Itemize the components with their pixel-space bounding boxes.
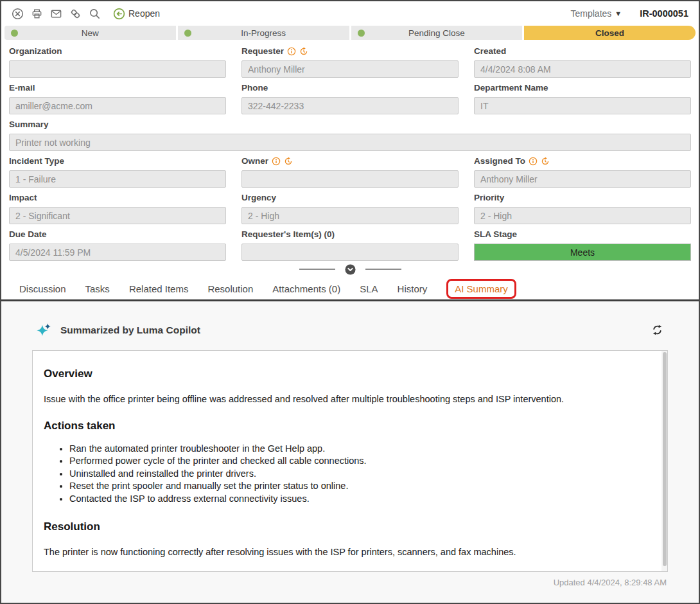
created-label: Created [474, 46, 691, 57]
info-icon[interactable] [272, 157, 281, 166]
tab-related-items[interactable]: Related Items [129, 283, 189, 294]
incident-type-label: Incident Type [9, 156, 226, 166]
summary-input[interactable] [9, 134, 691, 151]
history-icon[interactable] [541, 157, 550, 166]
close-record-icon[interactable] [8, 8, 27, 20]
priority-label: Priority [474, 193, 691, 203]
field-created: Created [474, 41, 691, 78]
assigned-to-input[interactable] [474, 170, 691, 188]
incident-type-input[interactable] [9, 170, 226, 188]
ai-summary-content-box: Overview Issue with the office printer b… [32, 350, 668, 572]
overview-heading: Overview [44, 368, 638, 380]
impact-input[interactable] [9, 207, 226, 224]
tab-sla[interactable]: SLA [360, 283, 378, 294]
record-id: IR-0000051 [640, 8, 688, 19]
history-icon[interactable] [284, 157, 293, 166]
stage-new[interactable]: New [4, 26, 176, 40]
field-organization: Organization [9, 41, 226, 78]
field-urgency: Urgency [241, 188, 459, 224]
divider-line [299, 269, 335, 270]
info-icon[interactable] [287, 47, 296, 56]
overview-text: Issue with the office printer being offl… [44, 393, 638, 405]
stage-closed-active[interactable]: Closed [524, 26, 696, 40]
updated-timestamp: Updated 4/4/2024, 8:29:48 AM [1, 578, 667, 587]
stage-dot [11, 30, 18, 37]
list-item: Ran the automated printer troubleshooter… [69, 443, 638, 456]
field-requesters-items: Requester's Item(s) (0) [241, 224, 459, 261]
tab-discussion[interactable]: Discussion [19, 283, 66, 294]
requesters-items-label: Requester's Item(s) (0) [241, 229, 459, 240]
incident-form: Organization Requester Created E-mail Ph… [1, 40, 699, 261]
stage-dot [358, 30, 365, 37]
field-incident-type: Incident Type [9, 151, 226, 188]
field-priority: Priority [474, 188, 691, 224]
templates-dropdown[interactable]: Templates▼ [571, 8, 622, 19]
phone-label: Phone [241, 83, 459, 93]
search-icon[interactable] [85, 8, 104, 20]
tab-tasks[interactable]: Tasks [85, 283, 110, 294]
field-owner: Owner [241, 151, 459, 188]
actions-taken-list: Ran the automated printer troubleshooter… [44, 443, 638, 506]
sla-stage-badge: Meets [474, 244, 691, 261]
reopen-label: Reopen [128, 8, 160, 19]
list-item: Contacted the ISP to address external co… [69, 493, 638, 506]
sparkle-icon [36, 322, 52, 338]
reopen-button[interactable]: Reopen [113, 8, 160, 20]
summary-label: Summary [9, 120, 691, 130]
tab-bar: Discussion Tasks Related Items Resolutio… [1, 278, 699, 299]
list-item: Uninstalled and reinstalled the printer … [69, 468, 638, 481]
reopen-icon [113, 8, 125, 20]
stage-in-progress[interactable]: In-Progress [178, 26, 349, 40]
department-input[interactable] [474, 97, 691, 114]
scrollbar-thumb[interactable] [663, 352, 667, 566]
tab-ai-summary[interactable]: AI Summary [455, 283, 508, 294]
envelope-icon[interactable] [46, 8, 66, 20]
email-label: E-mail [9, 83, 226, 93]
field-assigned-to: Assigned To [474, 151, 691, 188]
tab-attachments[interactable]: Attachments (0) [272, 283, 340, 294]
field-department: Department Name [474, 78, 691, 114]
due-date-input[interactable] [9, 244, 226, 261]
created-input[interactable] [474, 60, 691, 78]
owner-label: Owner [241, 156, 459, 166]
refresh-icon[interactable] [651, 323, 664, 337]
history-icon[interactable] [299, 47, 308, 56]
field-due-date: Due Date [9, 224, 226, 261]
field-sla-stage: SLA Stage Meets [474, 224, 691, 261]
link-icon[interactable] [66, 8, 85, 20]
collapse-chevron-icon[interactable] [345, 264, 356, 275]
field-phone: Phone [241, 78, 459, 114]
field-requester: Requester [241, 41, 459, 78]
sla-stage-label: SLA Stage [474, 229, 691, 240]
red-annotation-box: AI Summary [446, 279, 516, 299]
actions-taken-heading: Actions taken [44, 420, 638, 432]
email-input[interactable] [9, 97, 226, 114]
ai-summary-title: Summarized by Luma Copilot [60, 324, 200, 336]
ai-summary-panel: Summarized by Luma Copilot Overview Issu… [1, 301, 699, 603]
impact-label: Impact [9, 193, 226, 203]
urgency-input[interactable] [241, 207, 459, 224]
tab-resolution[interactable]: Resolution [207, 283, 253, 294]
organization-input[interactable] [9, 60, 226, 78]
info-icon[interactable] [529, 157, 538, 166]
assigned-to-label: Assigned To [474, 156, 691, 166]
collapse-control-row [1, 261, 699, 278]
list-item: Performed power cycle of the printer and… [69, 455, 638, 468]
resolution-text: The printer is now functioning correctly… [44, 546, 638, 558]
requesters-items-input[interactable] [241, 244, 459, 261]
ai-summary-header: Summarized by Luma Copilot [36, 322, 664, 338]
stage-label: New [82, 28, 99, 38]
priority-input[interactable] [474, 207, 691, 224]
stage-label: Closed [595, 28, 624, 38]
phone-input[interactable] [241, 97, 459, 114]
owner-input[interactable] [241, 170, 459, 188]
incident-record-window: { "record": { "id": "IR-0000051" }, "too… [0, 0, 700, 604]
caret-down-icon: ▼ [615, 10, 622, 17]
stage-pending-close[interactable]: Pending Close [351, 26, 523, 40]
requester-input[interactable] [241, 60, 459, 78]
department-label: Department Name [474, 83, 691, 93]
field-impact: Impact [9, 188, 226, 224]
field-email: E-mail [9, 78, 226, 114]
tab-history[interactable]: History [398, 283, 428, 294]
printer-icon[interactable] [27, 8, 46, 20]
